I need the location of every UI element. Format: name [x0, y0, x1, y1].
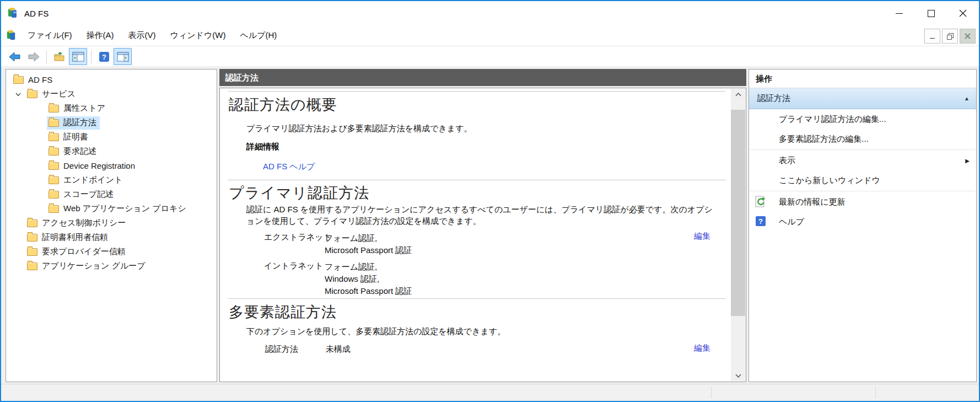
maximize-button[interactable]	[915, 1, 947, 25]
actions-group-title: 認証方法	[757, 93, 790, 104]
forward-button[interactable]	[24, 48, 42, 65]
results-panel-body: 認証方法の概要 プライマリ認証方法および多要素認証方法を構成できます。 詳細情報…	[219, 88, 746, 382]
back-button[interactable]	[6, 48, 24, 65]
tree-item-application-groups[interactable]: アプリケーション グループ	[6, 259, 217, 274]
folder-icon	[49, 133, 59, 141]
mfa-method-label: 認証方法	[265, 344, 298, 355]
mfa-edit-link[interactable]: 編集	[694, 343, 710, 353]
tree-item-claim-descriptions[interactable]: 要求記述	[6, 144, 217, 159]
extranet-method: Microsoft Passport 認証	[325, 244, 412, 256]
mdi-minimize-button[interactable]	[924, 29, 940, 44]
more-info-label: 詳細情報	[246, 142, 279, 152]
tree-item-scope-descriptions[interactable]: スコープ記述	[6, 187, 217, 202]
tree-item-device-registration[interactable]: Device Registration	[6, 159, 217, 173]
collapse-caret-icon[interactable]: ▲	[964, 95, 970, 101]
adfs-console-window: AD FS ファイル(F) 操作(A) 表示(V) ウィンドウ(W) ヘルプ(H…	[0, 0, 980, 402]
action-item-label: ここから新しいウィンドウ	[779, 175, 880, 186]
actions-group-authentication-methods[interactable]: 認証方法 ▲	[749, 88, 976, 109]
tree-item-relying-party-trusts[interactable]: 証明書利用者信頼	[6, 231, 217, 245]
section-divider	[228, 180, 726, 180]
chevron-up-icon	[735, 93, 741, 97]
mdi-restore-icon	[947, 33, 954, 40]
scrollbar-thumb[interactable]	[731, 110, 745, 316]
mdi-minimize-icon	[930, 38, 935, 39]
tree-item-label: アプリケーション グループ	[42, 261, 146, 271]
mdi-close-button[interactable]	[960, 29, 976, 44]
menu-action[interactable]: 操作(A)	[79, 27, 121, 44]
results-panel: 認証方法 認証方法の概要 プライマリ認証方法および多要素認証方法を構成できます。…	[219, 69, 746, 382]
toolbar-separator	[46, 50, 47, 63]
refresh-icon	[755, 196, 767, 210]
primary-auth-heading: プライマリ認証方法	[229, 183, 369, 203]
status-bar-separator	[875, 387, 876, 399]
minimize-button[interactable]	[883, 1, 915, 25]
action-refresh[interactable]: 最新の情報に更新	[749, 192, 976, 212]
selected-tree-item[interactable]: 認証方法	[47, 116, 100, 130]
results-panel-header: 認証方法	[219, 69, 746, 86]
action-edit-primary-auth[interactable]: プライマリ認証方法の編集...	[749, 109, 976, 129]
intranet-method: フォーム認証,	[325, 261, 412, 273]
adfs-help-link[interactable]: AD FS ヘルプ	[263, 162, 315, 172]
folder-icon	[27, 262, 37, 270]
status-bar-separator	[711, 387, 712, 399]
scroll-down-button[interactable]	[731, 370, 745, 381]
action-view[interactable]: 表示 ▶	[749, 151, 976, 170]
folder-icon	[27, 90, 37, 98]
adfs-app-icon	[7, 7, 20, 20]
minimize-icon	[896, 13, 903, 14]
tree-item-endpoints[interactable]: エンドポイント	[6, 173, 217, 187]
tree-item-authentication-methods[interactable]: 認証方法	[6, 116, 217, 130]
menu-help[interactable]: ヘルプ(H)	[233, 27, 284, 44]
folder-icon	[27, 219, 37, 227]
tree-item-label: エンドポイント	[63, 175, 122, 185]
maximize-icon	[928, 10, 935, 17]
tree-item-attribute-stores[interactable]: 属性ストア	[6, 101, 217, 116]
expander-chevron-down-icon[interactable]	[11, 93, 25, 97]
tree-item-label: AD FS	[28, 75, 52, 84]
window-caption-buttons	[883, 1, 979, 25]
action-item-label: ヘルプ	[779, 217, 804, 227]
folder-icon	[27, 234, 37, 242]
mdi-restore-button[interactable]	[942, 29, 958, 44]
tree-item-services[interactable]: サービス	[6, 87, 217, 101]
extranet-label: エクストラネット	[264, 232, 332, 243]
menu-window[interactable]: ウィンドウ(W)	[163, 27, 233, 44]
action-edit-mfa[interactable]: 多要素認証方法の編集...	[749, 129, 976, 149]
tree-item-access-control-policies[interactable]: アクセス制御ポリシー	[6, 216, 217, 231]
menu-view[interactable]: 表示(V)	[121, 27, 163, 44]
folder-icon	[49, 162, 59, 170]
back-arrow-icon	[9, 51, 21, 62]
overview-description: プライマリ認証方法および多要素認証方法を構成できます。	[246, 124, 472, 134]
show-action-pane-button[interactable]	[114, 48, 132, 65]
show-console-tree-button[interactable]	[69, 48, 87, 65]
actions-separator	[750, 191, 975, 191]
action-item-label: 表示	[779, 156, 795, 166]
close-button[interactable]	[947, 1, 979, 25]
forward-arrow-icon	[28, 51, 40, 62]
section-divider	[228, 298, 726, 299]
action-new-window-from-here[interactable]: ここから新しいウィンドウ	[749, 170, 976, 190]
primary-auth-edit-link[interactable]: 編集	[694, 231, 710, 242]
export-list-button[interactable]	[50, 48, 68, 65]
toolbar-separator	[91, 50, 91, 63]
action-item-label: プライマリ認証方法の編集...	[779, 114, 886, 125]
folder-icon	[27, 248, 37, 256]
chevron-down-icon	[735, 374, 741, 378]
show-console-tree-icon	[72, 52, 84, 62]
title-bar: AD FS	[1, 1, 979, 25]
tree-item-web-application-proxy[interactable]: Web アプリケーション プロキシ	[6, 202, 217, 216]
tree-item-certificates[interactable]: 証明書	[6, 130, 217, 144]
extranet-method: フォーム認証,	[325, 232, 412, 244]
folder-icon	[49, 105, 59, 112]
menu-file[interactable]: ファイル(F)	[20, 27, 79, 44]
scroll-up-button[interactable]	[731, 89, 745, 100]
tree-item-label: 要求プロバイダー信頼	[42, 246, 126, 257]
help-button[interactable]: ?	[95, 48, 113, 65]
tree-item-label: 証明書	[63, 132, 88, 142]
vertical-scrollbar[interactable]	[731, 89, 745, 381]
primary-auth-description: 認証に AD FS を使用するアプリケーションにアクセスするすべてのユーザーには…	[246, 203, 719, 227]
tree-item-adfs-root[interactable]: AD FS	[6, 73, 217, 87]
action-help[interactable]: ? ヘルプ	[749, 212, 976, 232]
tree-item-label: Device Registration	[63, 161, 135, 170]
tree-item-claims-provider-trusts[interactable]: 要求プロバイダー信頼	[6, 245, 217, 259]
